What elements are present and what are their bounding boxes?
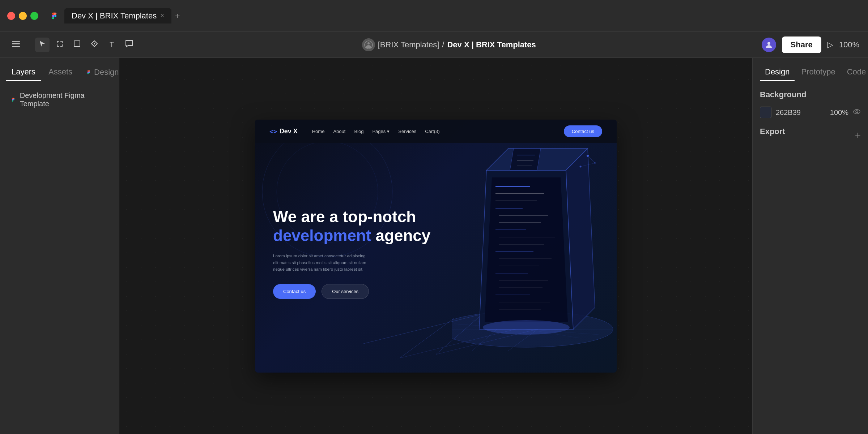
breadcrumb: [BRIX Templates] / Dev X | BRIX Template…: [362, 38, 536, 51]
svg-rect-0: [12, 41, 20, 42]
text-tool-button[interactable]: T: [105, 38, 119, 52]
tab-container: Dev X | BRIX Templates × +: [64, 8, 182, 23]
svg-rect-4: [57, 41, 58, 43]
figma-icon: [48, 10, 60, 22]
layer-label: Development Figma Template: [20, 91, 109, 108]
canvas-area[interactable]: We are a top-notch development agency Lo…: [119, 58, 752, 434]
breadcrumb-sep: /: [442, 40, 444, 50]
pen-tool-button[interactable]: [87, 38, 102, 52]
hero-content-right: [452, 120, 617, 373]
svg-point-50: [483, 320, 570, 335]
export-row: Export +: [760, 127, 861, 143]
svg-point-12: [94, 43, 95, 44]
website-cta-button[interactable]: Contact us: [564, 125, 602, 137]
title-bar: Dev X | BRIX Templates × +: [0, 0, 868, 32]
right-panel-content: Background 262B39 100% Export +: [753, 81, 868, 434]
nav-pages[interactable]: Pages ▾: [372, 129, 390, 134]
select-tool-button[interactable]: [35, 38, 50, 52]
nav-services[interactable]: Services: [398, 129, 416, 134]
right-panel-tabs: Design Prototype Code: [753, 58, 868, 81]
figma-layer-icon: [10, 96, 16, 103]
comment-icon: [125, 40, 133, 50]
team-avatar: [362, 38, 375, 51]
svg-point-15: [767, 42, 770, 45]
main-layout: Layers Assets Design ▾: [0, 58, 868, 434]
tab-assets[interactable]: Assets: [43, 64, 78, 81]
tab-close-button[interactable]: ×: [160, 12, 164, 20]
svg-point-56: [854, 109, 860, 114]
hero-title-agency: agency: [371, 227, 430, 244]
breadcrumb-file[interactable]: Dev X | BRIX Templates: [447, 40, 536, 50]
share-button[interactable]: Share: [782, 36, 821, 53]
comment-tool-button[interactable]: [122, 38, 136, 52]
export-section-title: Export: [760, 127, 785, 136]
new-tab-button[interactable]: +: [173, 9, 182, 23]
shape-icon: [73, 40, 81, 49]
right-tab-design[interactable]: Design: [760, 64, 795, 81]
right-tab-prototype[interactable]: Prototype: [796, 64, 840, 81]
svg-rect-8: [57, 44, 58, 47]
nav-blog[interactable]: Blog: [354, 129, 363, 134]
figma-small-icon: [85, 69, 92, 76]
svg-point-14: [367, 42, 370, 44]
background-section-title: Background: [760, 90, 861, 99]
svg-point-57: [856, 111, 858, 113]
maximize-button[interactable]: [30, 12, 38, 20]
opacity-value[interactable]: 100%: [827, 108, 848, 117]
layer-item-development[interactable]: Development Figma Template: [6, 89, 113, 111]
shape-tool-button[interactable]: [70, 38, 84, 52]
separator-1: [29, 40, 29, 50]
svg-rect-6: [62, 41, 63, 43]
frame-tool-button[interactable]: [52, 38, 67, 52]
logo-text: Dev X: [280, 128, 298, 135]
background-color-row: 262B39 100%: [760, 107, 861, 118]
tab-layers[interactable]: Layers: [6, 64, 41, 81]
left-panel-content: Development Figma Template: [0, 81, 119, 434]
svg-rect-1: [12, 43, 20, 44]
color-swatch[interactable]: [760, 107, 771, 118]
hero-contact-button[interactable]: Contact us: [273, 284, 316, 299]
active-tab[interactable]: Dev X | BRIX Templates ×: [64, 8, 171, 23]
website-logo: <> Dev X: [269, 128, 298, 135]
website-nav: <> Dev X Home About Blog Pages ▾ Service…: [255, 120, 617, 143]
nav-pages-label: Pages: [372, 129, 386, 134]
nav-links: Home About Blog Pages ▾ Services Cart(3): [312, 129, 564, 134]
device-3d-illustration: [452, 127, 617, 358]
nav-about[interactable]: About: [333, 129, 345, 134]
nav-home[interactable]: Home: [312, 129, 325, 134]
visibility-toggle-icon[interactable]: [853, 108, 861, 117]
frame-icon: [56, 40, 63, 49]
play-button[interactable]: ▷: [827, 40, 833, 50]
add-export-button[interactable]: +: [855, 129, 861, 141]
hero-description: Lorem ipsum dolor sit amet consectetur a…: [273, 253, 367, 272]
menu-icon: [12, 40, 20, 50]
hero-buttons: Contact us Our services: [273, 284, 438, 299]
svg-rect-11: [74, 41, 80, 47]
toolbar-center: [BRIX Templates] / Dev X | BRIX Template…: [139, 38, 759, 51]
tab-label: Dev X | BRIX Templates: [72, 11, 157, 21]
nav-cart[interactable]: Cart(3): [425, 129, 439, 134]
nav-pages-arrow: ▾: [387, 129, 390, 134]
color-hex-value[interactable]: 262B39: [776, 108, 822, 117]
text-icon: T: [110, 40, 114, 49]
hero-title: We are a top-notch development agency: [273, 207, 438, 246]
hero-services-button[interactable]: Our services: [322, 284, 369, 299]
zoom-level[interactable]: 100%: [839, 40, 859, 50]
svg-rect-2: [12, 46, 20, 47]
breadcrumb-team: [BRIX Templates]: [378, 40, 439, 50]
left-panel: Layers Assets Design ▾: [0, 58, 119, 434]
svg-line-54: [588, 156, 595, 163]
select-icon: [39, 40, 46, 49]
logo-icon: <>: [269, 128, 277, 135]
close-button[interactable]: [7, 12, 15, 20]
right-tab-code[interactable]: Code: [842, 64, 868, 81]
hero-content-left: We are a top-notch development agency Lo…: [255, 120, 452, 373]
pen-icon: [91, 40, 98, 49]
website-hero: We are a top-notch development agency Lo…: [255, 120, 617, 373]
menu-button[interactable]: [9, 38, 23, 52]
minimize-button[interactable]: [19, 12, 27, 20]
right-panel: Design Prototype Code Background 262B39 …: [752, 58, 868, 434]
user-avatar: [762, 38, 776, 52]
hero-title-blue: development: [273, 227, 371, 244]
toolbar: T [BRIX Templates] / Dev X | BRIX Templa…: [0, 32, 868, 58]
